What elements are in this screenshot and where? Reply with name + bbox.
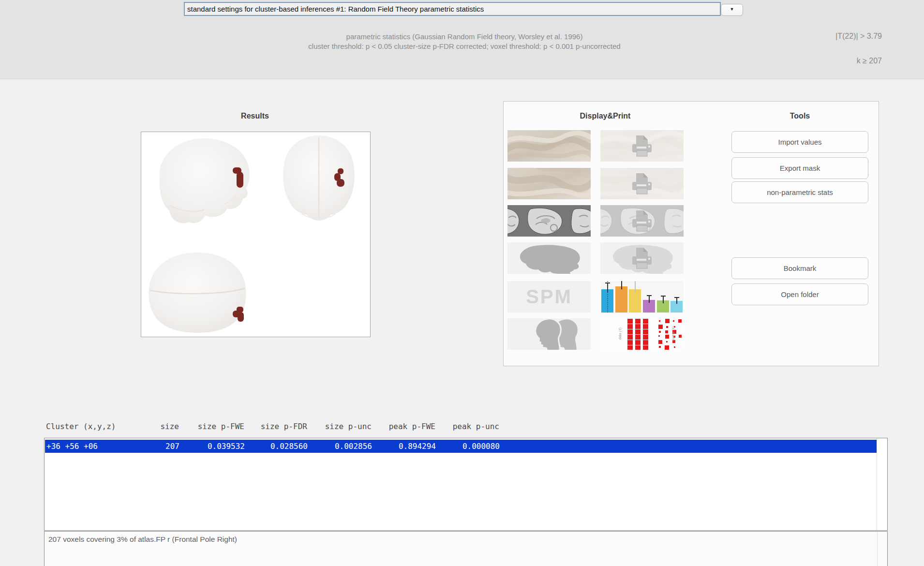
bar-chart-thumb	[600, 281, 684, 313]
cell-peak-punc: 0.000080	[427, 440, 500, 453]
thumb-glass-brain-print[interactable]	[600, 242, 684, 274]
col-size-pfwe: size p-FWE	[172, 422, 244, 432]
results-brain-display[interactable]	[141, 132, 371, 337]
matrix-right-label: matrix (X)	[671, 323, 675, 344]
k-threshold-value: k ≥ 207	[774, 57, 882, 65]
cluster-table-header: Cluster (x,y,z) size size p-FWE size p-F…	[0, 422, 924, 432]
cell-size-pfwe: 0.039532	[172, 440, 245, 453]
cell-peak-pfwe: 0.894294	[363, 440, 436, 453]
col-size: size	[106, 422, 179, 432]
bar-chart-dotted-line	[607, 281, 608, 313]
bookmark-button[interactable]: Bookmark	[731, 257, 868, 279]
display-print-tools-panel: Display&Print Tools	[503, 101, 879, 366]
display-print-title: Display&Print	[507, 112, 703, 120]
t-threshold-value: |T(22)| > 3.79	[774, 32, 882, 41]
cluster-details-listbox[interactable]: 207 voxels covering 3% of atlas.FP r (Fr…	[44, 531, 888, 566]
details-scrollbar-divider	[877, 532, 878, 566]
results-title: Results	[207, 112, 303, 120]
tools-title: Tools	[731, 112, 868, 120]
cluster-row-selected[interactable]: +36 +56 +06 207 0.039532 0.028560 0.0028…	[45, 440, 877, 453]
printer-icon	[631, 247, 653, 269]
col-peak-pfwe: peak p-FWE	[363, 422, 435, 432]
col-size-pfdr: size p-FDR	[235, 422, 307, 432]
cell-size: 207	[107, 440, 179, 453]
thumb-surface-print-2[interactable]	[600, 168, 684, 199]
col-size-punc: size p-unc	[299, 422, 372, 432]
analysis-settings-combobox[interactable]: standard settings for cluster-based infe…	[184, 2, 721, 16]
threshold-description-line1: parametric statistics (Gaussian Random F…	[208, 32, 721, 41]
thumb-slice-montage-print[interactable]	[600, 205, 684, 237]
brain-render-axial	[143, 249, 252, 336]
thumb-design-matrix-plot[interactable]: data (Y) matrix (X)	[600, 318, 684, 350]
cell-size-punc: 0.002856	[299, 440, 372, 453]
thumb-surface-display-2[interactable]	[507, 168, 591, 199]
non-parametric-stats-button[interactable]: non-parametric stats	[731, 181, 868, 203]
thumb-spm-export[interactable]: SPM	[507, 281, 591, 313]
threshold-description-line2: cluster threshold: p < 0.05 cluster-size…	[208, 42, 721, 51]
import-values-button[interactable]: Import values	[731, 131, 868, 153]
brain-render-posterior	[278, 133, 360, 226]
brain-render-lateral	[151, 133, 256, 228]
thumb-surface-display-1[interactable]	[507, 130, 591, 162]
conn-results-window: standard settings for cluster-based infe…	[0, 0, 924, 566]
open-folder-button[interactable]: Open folder	[731, 283, 868, 305]
printer-icon	[631, 172, 653, 194]
thumb-slice-montage-display[interactable]	[507, 205, 591, 237]
thumb-subject-heads[interactable]	[507, 318, 591, 350]
cluster-table-listbox[interactable]: +36 +56 +06 207 0.039532 0.028560 0.0028…	[44, 438, 888, 531]
combobox-dropdown-button[interactable]: ▼	[721, 4, 743, 16]
thumb-glass-brain-display[interactable]	[507, 242, 591, 274]
thumb-effect-sizes-plot[interactable]	[600, 281, 684, 313]
printer-icon	[631, 134, 653, 157]
cluster-anatomy-line: 207 voxels covering 3% of atlas.FP r (Fr…	[48, 535, 237, 544]
export-mask-button[interactable]: Export mask	[731, 157, 868, 179]
matrix-left-label: data (Y)	[618, 323, 622, 344]
printer-icon	[631, 209, 653, 232]
col-peak-punc: peak p-unc	[427, 422, 499, 432]
thumb-surface-print-1[interactable]	[600, 130, 684, 162]
spm-logo: SPM	[526, 286, 572, 308]
chevron-down-icon: ▼	[730, 7, 734, 12]
cell-size-pfdr: 0.028560	[235, 440, 308, 453]
table-scrollbar-divider	[877, 438, 877, 530]
